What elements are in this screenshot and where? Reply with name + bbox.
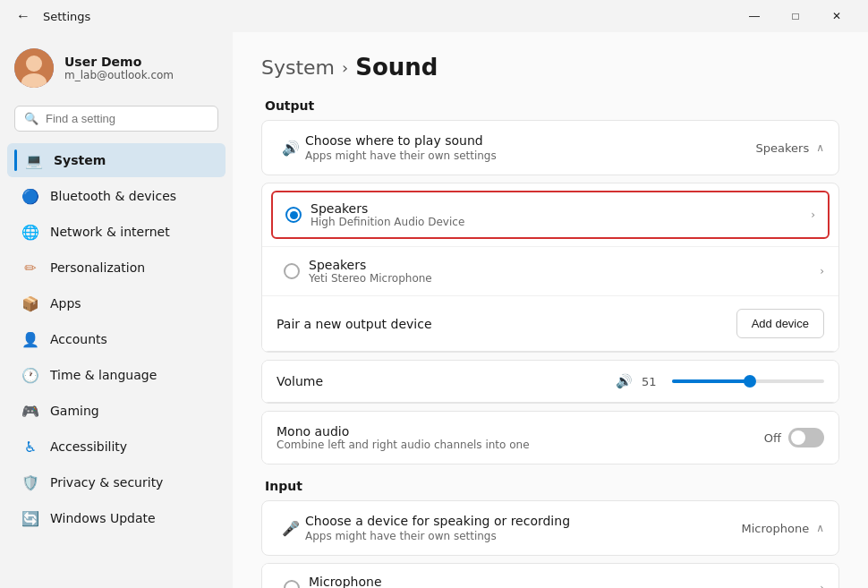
sidebar-label-bluetooth: Bluetooth & devices [50, 189, 176, 203]
sidebar-item-personalization[interactable]: ✏️ Personalization [7, 251, 226, 285]
microphone-hd-radio [284, 580, 300, 588]
apps-icon: 📦 [21, 294, 39, 312]
sidebar-label-time: Time & language [50, 368, 157, 382]
volume-card: Volume 🔊 51 [261, 360, 839, 404]
input-chevron-up-icon: ∧ [816, 522, 824, 534]
speaker-yeti-radio [284, 263, 300, 279]
volume-value: 51 [642, 375, 663, 388]
choose-input-right: Microphone ∧ [742, 522, 824, 535]
title-bar: ← Settings — □ ✕ [0, 0, 868, 32]
choose-output-right: Speakers ∧ [756, 141, 824, 155]
choose-input-content: Choose a device for speaking or recordin… [305, 514, 742, 542]
mono-title: Mono audio [277, 424, 764, 439]
volume-slider-track[interactable] [672, 379, 824, 383]
input-section: Input 🎤 Choose a device for speaking or … [261, 479, 839, 588]
sidebar-label-system: System [54, 153, 106, 167]
sidebar-label-apps: Apps [50, 296, 81, 311]
user-name: User Demo [64, 55, 174, 69]
sidebar-item-gaming[interactable]: 🎮 Gaming [7, 394, 226, 428]
content-area: System › Sound Output 🔊 Choose where to … [233, 32, 868, 588]
maximize-button[interactable]: □ [775, 2, 816, 30]
sidebar-label-personalization: Personalization [50, 260, 145, 275]
speaker-yeti-subtitle: Yeti Stereo Microphone [309, 272, 820, 285]
choose-output-card: 🔊 Choose where to play sound Apps might … [261, 120, 839, 175]
speaker-yeti-info: Speakers Yeti Stereo Microphone [309, 258, 820, 285]
sidebar-label-network: Network & internet [50, 225, 170, 239]
mono-toggle-wrapper: Off [764, 428, 824, 447]
minimize-button[interactable]: — [734, 2, 775, 30]
breadcrumb-system: System [261, 56, 335, 79]
mono-toggle[interactable] [788, 428, 824, 447]
mono-row: Mono audio Combine left and right audio … [262, 412, 838, 464]
sidebar-item-time[interactable]: 🕐 Time & language [7, 358, 226, 392]
mono-content: Mono audio Combine left and right audio … [277, 424, 764, 451]
sidebar-item-privacy[interactable]: 🛡️ Privacy & security [7, 465, 226, 499]
breadcrumb-page: Sound [355, 54, 438, 81]
search-input[interactable] [46, 112, 208, 125]
speaker-hd-info: Speakers High Definition Audio Device [311, 201, 811, 228]
choose-output-subtitle: Apps might have their own settings [305, 149, 756, 162]
toggle-knob [791, 430, 805, 445]
bluetooth-icon: 🔵 [21, 187, 39, 205]
mono-audio-card: Mono audio Combine left and right audio … [261, 411, 839, 464]
output-section-title: Output [261, 98, 839, 113]
sidebar-label-update: Windows Update [50, 511, 156, 525]
sidebar-item-network[interactable]: 🌐 Network & internet [7, 215, 226, 249]
volume-slider-thumb[interactable] [744, 375, 756, 388]
system-icon: 💻 [25, 151, 43, 169]
speaker-hd-subtitle: High Definition Audio Device [311, 216, 811, 228]
back-button[interactable]: ← [11, 6, 36, 26]
sidebar-item-update[interactable]: 🔄 Windows Update [7, 501, 226, 535]
choose-output-content: Choose where to play sound Apps might ha… [305, 133, 756, 162]
choose-output-row[interactable]: 🔊 Choose where to play sound Apps might … [262, 121, 838, 175]
pair-output-row: Pair a new output device Add device [262, 295, 838, 352]
sidebar: User Demo m_lab@outlook.com 🔍 💻 System 🔵… [0, 32, 233, 588]
window-title: Settings [43, 10, 727, 23]
sidebar-item-accessibility[interactable]: ♿ Accessibility [7, 430, 226, 464]
speaker-yeti-option[interactable]: Speakers Yeti Stereo Microphone › [262, 246, 838, 295]
network-icon: 🌐 [21, 223, 39, 241]
choose-input-value: Microphone [742, 522, 810, 535]
sidebar-item-accounts[interactable]: 👤 Accounts [7, 322, 226, 356]
volume-icon: 🔊 [616, 373, 633, 389]
choose-output-value: Speakers [756, 141, 810, 155]
user-info: User Demo m_lab@outlook.com [64, 55, 174, 81]
breadcrumb-arrow: › [342, 58, 348, 77]
active-indicator [14, 149, 17, 171]
privacy-icon: 🛡️ [21, 473, 39, 491]
choose-input-subtitle: Apps might have their own settings [305, 530, 742, 542]
speaker-hd-name: Speakers [311, 201, 811, 216]
sidebar-item-apps[interactable]: 📦 Apps [7, 286, 226, 320]
choose-input-row[interactable]: 🎤 Choose a device for speaking or record… [262, 501, 838, 555]
speaker-yeti-name: Speakers [309, 258, 820, 272]
mic-input-icon: 🎤 [277, 520, 305, 537]
sidebar-item-bluetooth[interactable]: 🔵 Bluetooth & devices [7, 179, 226, 213]
search-box[interactable]: 🔍 [14, 106, 218, 132]
speaker-hd-option[interactable]: Speakers High Definition Audio Device › [271, 191, 830, 239]
speaker-hd-chevron: › [811, 209, 815, 221]
choose-input-title: Choose a device for speaking or recordin… [305, 514, 742, 528]
choose-input-card: 🎤 Choose a device for speaking or record… [261, 500, 839, 556]
speaker-hd-radio [285, 207, 302, 223]
microphone-hd-info: Microphone High Definition Audio Device [309, 575, 820, 588]
speaker-yeti-chevron: › [820, 265, 824, 277]
sidebar-label-accounts: Accounts [50, 332, 107, 346]
volume-slider-fill [672, 379, 750, 383]
choose-output-title: Choose where to play sound [305, 133, 756, 148]
volume-controls: 🔊 51 [616, 373, 824, 389]
update-icon: 🔄 [21, 509, 39, 527]
microphone-hd-option[interactable]: Microphone High Definition Audio Device … [262, 564, 838, 588]
gaming-icon: 🎮 [21, 402, 39, 420]
volume-label: Volume [277, 374, 323, 388]
user-email: m_lab@outlook.com [64, 69, 174, 81]
sidebar-item-system[interactable]: 💻 System [7, 143, 226, 177]
accessibility-icon: ♿ [21, 438, 39, 456]
add-output-device-button[interactable]: Add device [736, 309, 824, 338]
user-section[interactable]: User Demo m_lab@outlook.com [0, 39, 233, 102]
sidebar-label-gaming: Gaming [50, 404, 99, 418]
accounts-icon: 👤 [21, 330, 39, 348]
close-button[interactable]: ✕ [816, 2, 857, 30]
personalization-icon: ✏️ [21, 259, 39, 277]
breadcrumb: System › Sound [261, 54, 839, 81]
microphone-options-card: Microphone High Definition Audio Device … [261, 563, 839, 588]
